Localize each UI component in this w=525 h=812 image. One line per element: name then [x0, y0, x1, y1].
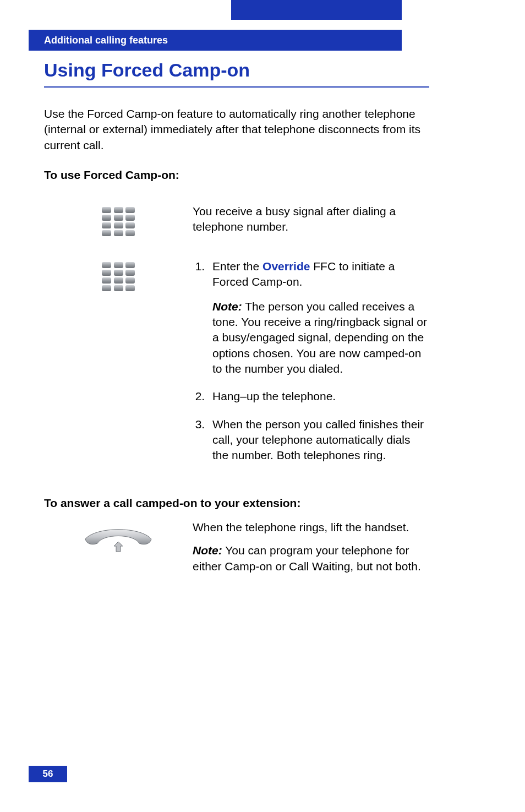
- to-answer-heading: To answer a call camped-on to your exten…: [44, 497, 429, 510]
- icon-col-keypad-2: [44, 259, 193, 293]
- to-use-heading: To use Forced Camp-on:: [44, 168, 429, 182]
- row-busy-signal: You receive a busy signal after dialing …: [44, 204, 429, 238]
- section-header-band: Additional calling features: [29, 30, 402, 51]
- answer-note: Note: You can program your telephone for…: [193, 543, 429, 574]
- note-label: Note:: [212, 300, 242, 313]
- step-1-note: Note: The person you called receives a t…: [212, 299, 429, 377]
- answer-note-body: You can program your telephone for eithe…: [193, 544, 421, 572]
- busy-signal-text: You receive a busy signal after dialing …: [193, 204, 429, 235]
- step-3: When the person you called finishes thei…: [208, 417, 429, 464]
- steps-text-col: Enter the Override FFC to initiate a For…: [193, 259, 429, 476]
- icon-col-keypad-1: [44, 204, 193, 238]
- step-1-prefix: Enter the: [212, 260, 262, 273]
- intro-paragraph: Use the Forced Camp-on feature to automa…: [44, 106, 429, 153]
- row-steps: Enter the Override FFC to initiate a For…: [44, 259, 429, 476]
- row-answer: When the telephone rings, lift the hands…: [44, 520, 429, 574]
- note-label: Note:: [193, 544, 222, 557]
- content-area: Using Forced Camp-on Use the Forced Camp…: [44, 59, 429, 595]
- keypad-icon: [102, 262, 135, 293]
- page-title: Using Forced Camp-on: [44, 59, 429, 84]
- section-header-text: Additional calling features: [44, 35, 168, 46]
- answer-text-col: When the telephone rings, lift the hands…: [193, 520, 429, 574]
- top-accent-bar: [231, 0, 402, 20]
- keypad-icon: [102, 207, 135, 238]
- title-rule: [44, 86, 429, 88]
- step-2: Hang–up the telephone.: [208, 389, 429, 404]
- page: Additional calling features Using Forced…: [0, 0, 525, 812]
- step-1: Enter the Override FFC to initiate a For…: [208, 259, 429, 377]
- page-number: 56: [29, 766, 67, 782]
- steps-list: Enter the Override FFC to initiate a For…: [193, 259, 429, 464]
- icon-col-handset: [44, 520, 193, 555]
- step-1-note-body: The person you called receives a tone. Y…: [212, 300, 427, 375]
- handset-lift-icon: [80, 525, 157, 555]
- answer-text: When the telephone rings, lift the hands…: [193, 520, 429, 535]
- override-ffc-link[interactable]: Override: [262, 260, 310, 273]
